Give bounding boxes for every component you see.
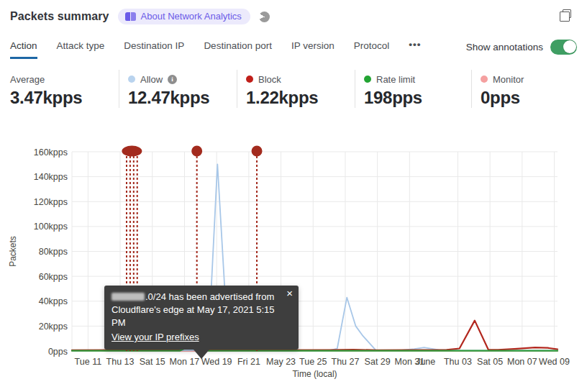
badge-label: About Network Analytics bbox=[141, 11, 242, 22]
chart-svg: 160kpps140kpps120kpps100kpps80kpps60kpps… bbox=[0, 137, 587, 392]
tab-attack-type[interactable]: Attack type bbox=[57, 40, 105, 59]
tab-destination-port[interactable]: Destination port bbox=[204, 40, 272, 59]
pie-feedback-icon[interactable] bbox=[259, 12, 270, 22]
y-tick-label: 80kpps bbox=[39, 247, 68, 257]
x-tick-label: Sat 15 bbox=[140, 357, 165, 367]
x-tick-label: Wed 09 bbox=[539, 357, 570, 367]
page-title: Packets summary bbox=[10, 10, 109, 23]
x-tick-label: Tue 25 bbox=[299, 357, 327, 367]
stat-rate-limit: Rate limit198pps bbox=[355, 70, 471, 108]
stat-value: 3.47kpps bbox=[10, 88, 119, 108]
stat-value: 0pps bbox=[481, 88, 587, 108]
legend-dot-icon bbox=[481, 76, 488, 83]
y-tick-label: 120kpps bbox=[34, 197, 68, 207]
x-tick-label: June bbox=[416, 357, 435, 367]
show-annotations-label: Show annotations bbox=[466, 42, 543, 53]
y-tick-label: 0pps bbox=[48, 347, 68, 357]
annotation-marker[interactable] bbox=[122, 146, 142, 157]
x-tick-label: Mon 07 bbox=[507, 357, 537, 367]
stat-label: Monitor bbox=[493, 74, 524, 85]
copy-window-icon[interactable] bbox=[563, 9, 571, 18]
stat-value: 1.22kpps bbox=[246, 88, 355, 108]
about-network-analytics-badge[interactable]: About Network Analytics bbox=[118, 9, 250, 24]
stat-label: Average bbox=[10, 74, 45, 85]
stat-average: Average3.47kpps bbox=[0, 70, 119, 108]
x-tick-label: May 23 bbox=[266, 357, 296, 367]
packets-chart[interactable]: 160kpps140kpps120kpps100kpps80kpps60kpps… bbox=[0, 137, 587, 392]
book-icon bbox=[125, 12, 136, 21]
y-tick-label: 100kpps bbox=[34, 222, 68, 232]
x-tick-label: Tue 11 bbox=[75, 357, 102, 367]
y-tick-label: 140kpps bbox=[34, 172, 68, 182]
tab-more-icon[interactable]: ••• bbox=[409, 39, 421, 59]
close-icon[interactable]: × bbox=[286, 288, 293, 298]
legend-dot-icon bbox=[246, 76, 253, 83]
x-tick-label: Thu 27 bbox=[332, 357, 360, 367]
legend-dot-icon bbox=[128, 76, 135, 83]
stat-monitor: Monitor0pps bbox=[471, 70, 587, 108]
stat-label: Block bbox=[258, 74, 281, 85]
x-tick-label: Thu 13 bbox=[106, 357, 135, 367]
x-axis-title: Time (local) bbox=[292, 369, 337, 379]
tabs: ActionAttack typeDestination IPDestinati… bbox=[10, 39, 421, 59]
tab-bar: ActionAttack typeDestination IPDestinati… bbox=[10, 39, 577, 59]
network-analytics-panel: Packets summary About Network Analytics … bbox=[0, 0, 587, 392]
stat-value: 12.47kpps bbox=[128, 88, 237, 108]
x-tick-label: Sat 05 bbox=[477, 357, 503, 367]
stat-allow: Allowi12.47kpps bbox=[119, 70, 237, 108]
annotation-marker[interactable] bbox=[191, 146, 202, 157]
show-annotations-toggle[interactable] bbox=[550, 40, 577, 55]
legend-dot-icon bbox=[364, 76, 371, 83]
y-tick-label: 40kpps bbox=[39, 296, 68, 306]
header: Packets summary About Network Analytics bbox=[10, 9, 270, 24]
tab-ip-version[interactable]: IP version bbox=[291, 40, 335, 59]
y-axis-title: Packets bbox=[8, 236, 18, 267]
stat-block: Block1.22kpps bbox=[237, 70, 355, 108]
tab-destination-ip[interactable]: Destination IP bbox=[124, 40, 184, 59]
y-tick-label: 20kpps bbox=[39, 322, 68, 332]
stat-value: 198pps bbox=[364, 88, 471, 108]
y-tick-label: 60kpps bbox=[39, 272, 68, 282]
toggle-knob bbox=[563, 40, 576, 53]
stat-label: Rate limit bbox=[376, 74, 415, 85]
view-ip-prefixes-link[interactable]: View your IP prefixes bbox=[112, 331, 199, 344]
show-annotations-control: Show annotations bbox=[466, 40, 577, 59]
redacted-ip-prefix bbox=[112, 293, 145, 301]
y-tick-label: 160kpps bbox=[34, 147, 68, 158]
annotation-marker[interactable] bbox=[252, 146, 263, 157]
tab-protocol[interactable]: Protocol bbox=[354, 40, 390, 59]
stats-row: Average3.47kppsAllowi12.47kppsBlock1.22k… bbox=[0, 70, 587, 108]
info-icon[interactable]: i bbox=[168, 75, 177, 84]
annotation-tooltip: × .0/24 has been advertised from Cloudfl… bbox=[104, 286, 299, 350]
tab-action[interactable]: Action bbox=[10, 40, 37, 59]
x-tick-label: Fri 21 bbox=[237, 357, 260, 367]
stat-label: Allow bbox=[140, 74, 163, 85]
x-tick-label: Sat 29 bbox=[365, 357, 391, 367]
x-tick-label: Thu 03 bbox=[444, 357, 472, 367]
